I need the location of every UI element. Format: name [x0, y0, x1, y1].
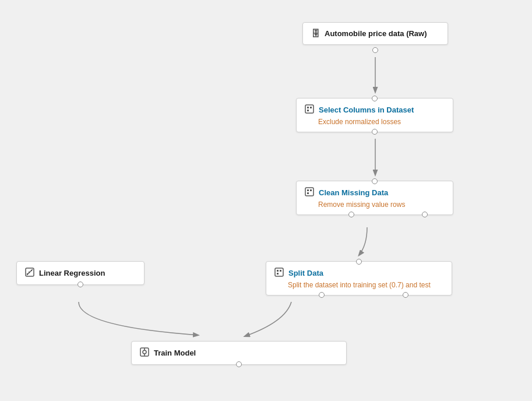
db-icon: 🗄: [311, 29, 320, 38]
node-clean-title: Clean Missing Data: [305, 187, 445, 198]
node-linear-regression[interactable]: Linear Regression: [16, 261, 145, 285]
svg-rect-4: [307, 110, 309, 111]
node-regression-title: Linear Regression: [25, 268, 136, 279]
svg-rect-2: [307, 107, 309, 108]
svg-rect-6: [307, 189, 309, 191]
node-train-title: Train Model: [140, 347, 338, 358]
svg-rect-7: [310, 189, 312, 191]
regression-icon: [25, 268, 34, 279]
port-split-out-left[interactable]: [319, 292, 325, 298]
split-icon: [274, 268, 284, 279]
port-regression-out[interactable]: [77, 282, 83, 287]
port-split-out-right[interactable]: [403, 292, 408, 298]
port-clean-out-right[interactable]: [422, 212, 428, 217]
node-automobile[interactable]: 🗄 Automobile price data (Raw): [302, 22, 448, 45]
node-select-columns[interactable]: Select Columns in Dataset Exclude normal…: [296, 98, 453, 132]
clean-icon: [305, 187, 314, 198]
train-icon: [140, 347, 149, 358]
svg-point-19: [143, 350, 146, 354]
port-split-in[interactable]: [356, 259, 362, 265]
svg-rect-17: [277, 273, 279, 275]
svg-point-13: [31, 270, 32, 271]
node-clean-missing[interactable]: Clean Missing Data Remove missing value …: [296, 181, 453, 215]
port-select-out[interactable]: [372, 129, 378, 135]
svg-rect-8: [307, 192, 309, 194]
node-split-title: Split Data: [274, 268, 443, 279]
svg-rect-1: [305, 105, 313, 113]
port-clean-in[interactable]: [372, 178, 378, 184]
port-train-out[interactable]: [236, 361, 242, 367]
node-split-data[interactable]: Split Data Split the dataset into traini…: [266, 261, 452, 296]
pipeline-canvas: 🗄 Automobile price data (Raw) Select Col…: [0, 0, 532, 401]
node-split-subtitle: Split the dataset into training set (0.7…: [274, 281, 443, 289]
svg-rect-3: [310, 107, 312, 108]
svg-rect-16: [280, 270, 281, 272]
node-select-columns-subtitle: Exclude normalized losses: [305, 118, 445, 126]
node-train-model[interactable]: Train Model: [131, 341, 347, 365]
port-clean-out-left[interactable]: [348, 212, 354, 217]
svg-point-11: [27, 273, 28, 275]
svg-point-12: [29, 272, 30, 273]
svg-rect-5: [305, 188, 313, 196]
port-select-in[interactable]: [372, 96, 378, 101]
node-clean-subtitle: Remove missing value rows: [305, 200, 445, 209]
port-automobile-out[interactable]: [372, 47, 378, 53]
node-automobile-title: 🗄 Automobile price data (Raw): [311, 29, 439, 38]
node-select-columns-title: Select Columns in Dataset: [305, 104, 445, 115]
select-icon: [305, 104, 314, 115]
svg-rect-14: [275, 268, 283, 276]
svg-rect-15: [277, 270, 279, 272]
